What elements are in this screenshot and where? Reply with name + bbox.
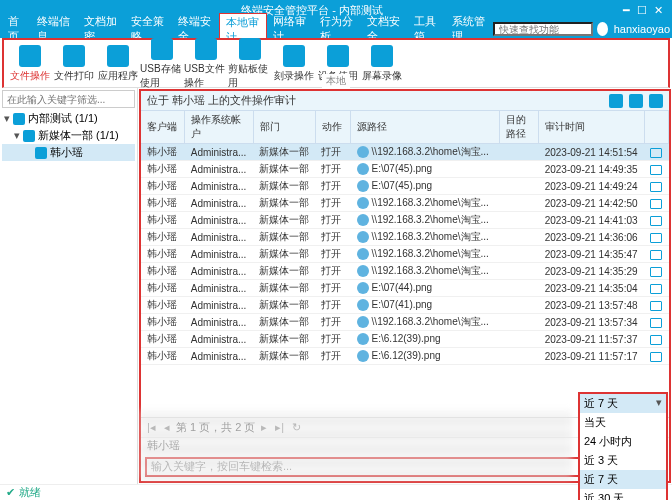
sidebar-filter-input[interactable] xyxy=(2,90,135,108)
col-header[interactable]: 操作系统帐户 xyxy=(185,111,253,144)
expand-icon[interactable]: ▾ xyxy=(14,129,23,142)
org-tree: ▾内部测试 (1/1)▾新媒体一部 (1/1)韩小瑶 xyxy=(2,108,135,163)
tree-node[interactable]: ▾内部测试 (1/1) xyxy=(2,110,135,127)
monitor-icon[interactable] xyxy=(650,335,662,345)
minimize-button[interactable]: ━ xyxy=(618,4,634,17)
monitor-icon[interactable] xyxy=(650,216,662,226)
ribbon-剪贴板使用[interactable]: 剪贴板使用 xyxy=(228,38,272,90)
ribbon-文件打印[interactable]: 文件打印 xyxy=(52,45,96,83)
monitor-icon[interactable] xyxy=(650,182,662,192)
export-icon[interactable] xyxy=(649,94,663,108)
file-icon xyxy=(357,163,369,175)
dropdown-item[interactable]: 近 3 天 xyxy=(580,451,666,470)
ribbon-icon xyxy=(327,45,349,67)
path-bar: 位于 韩小瑶 上的文件操作审计 xyxy=(141,91,669,111)
table-row[interactable]: 韩小瑶Administra...新媒体一部打开\\192.168.3.2\hom… xyxy=(141,246,669,263)
table-row[interactable]: 韩小瑶Administra...新媒体一部打开E:\07(44).png2023… xyxy=(141,280,669,297)
time-range-dropdown[interactable]: 近 7 天 ▾ 当天24 小时内近 3 天近 7 天近 30 天本年全部时间段自… xyxy=(578,392,668,500)
node-icon xyxy=(13,113,25,125)
ribbon-USB文件操作[interactable]: USB文件操作 xyxy=(184,38,228,90)
dropdown-item[interactable]: 近 7 天 xyxy=(580,470,666,489)
refresh-icon[interactable] xyxy=(629,94,643,108)
avatar[interactable] xyxy=(597,22,608,36)
ribbon-icon xyxy=(195,38,217,60)
node-icon xyxy=(23,130,35,142)
file-icon xyxy=(357,197,369,209)
file-icon xyxy=(357,333,369,345)
monitor-icon[interactable] xyxy=(650,267,662,277)
monitor-icon[interactable] xyxy=(650,165,662,175)
ribbon-文件操作[interactable]: 文件操作 xyxy=(8,45,52,83)
monitor-icon[interactable] xyxy=(650,318,662,328)
status-bar: ✔ 就绪 xyxy=(0,484,672,500)
status-text: 就绪 xyxy=(19,485,41,500)
table-row[interactable]: 韩小瑶Administra...新媒体一部打开\\192.168.3.2\hom… xyxy=(141,212,669,229)
expand-icon[interactable]: ▾ xyxy=(4,112,13,125)
monitor-icon[interactable] xyxy=(650,148,662,158)
ribbon-屏幕录像[interactable]: 屏幕录像 xyxy=(360,45,404,83)
table-row[interactable]: 韩小瑶Administra...新媒体一部打开E:\6.12(39).png20… xyxy=(141,348,669,365)
file-icon xyxy=(357,231,369,243)
path-text: 位于 韩小瑶 上的文件操作审计 xyxy=(147,93,296,108)
monitor-icon[interactable] xyxy=(650,199,662,209)
tree-node[interactable]: 韩小瑶 xyxy=(2,144,135,161)
col-header[interactable]: 审计时间 xyxy=(539,111,645,144)
col-header[interactable]: 动作 xyxy=(315,111,351,144)
ribbon-icon xyxy=(19,45,41,67)
dropdown-item[interactable]: 近 30 天 xyxy=(580,489,666,500)
file-icon xyxy=(357,350,369,362)
ribbon: 文件操作文件打印应用程序USB存储使用USB文件操作剪贴板使用刻录操作设备使用屏… xyxy=(2,38,670,88)
username: hanxiaoyao xyxy=(614,23,670,35)
file-icon xyxy=(357,265,369,277)
table-row[interactable]: 韩小瑶Administra...新媒体一部打开\\192.168.3.2\hom… xyxy=(141,229,669,246)
ribbon-icon xyxy=(371,45,393,67)
close-button[interactable]: ✕ xyxy=(650,4,666,17)
ribbon-USB存储使用[interactable]: USB存储使用 xyxy=(140,38,184,90)
file-icon xyxy=(357,248,369,260)
file-icon xyxy=(357,180,369,192)
table-row[interactable]: 韩小瑶Administra...新媒体一部打开\\192.168.3.2\hom… xyxy=(141,195,669,212)
dropdown-item[interactable]: 24 小时内 xyxy=(580,432,666,451)
ribbon-icon xyxy=(63,45,85,67)
col-header[interactable]: 目的路径 xyxy=(500,111,539,144)
dropdown-list: 当天24 小时内近 3 天近 7 天近 30 天本年全部时间段自定义时间段 xyxy=(580,413,666,500)
monitor-icon[interactable] xyxy=(650,352,662,362)
col-header[interactable]: 源路径 xyxy=(351,111,500,144)
maximize-button[interactable]: ☐ xyxy=(634,4,650,17)
table-row[interactable]: 韩小瑶Administra...新媒体一部打开\\192.168.3.2\hom… xyxy=(141,314,669,331)
menu-bar: 首页终端信息文档加密安全策略终端安全本地审计网络审计行为分析文档安全工具箱系统管… xyxy=(0,20,672,38)
sidebar: ▾内部测试 (1/1)▾新媒体一部 (1/1)韩小瑶 xyxy=(0,88,138,484)
audit-grid: 客户端操作系统帐户部门动作源路径目的路径审计时间韩小瑶Administra...… xyxy=(141,111,669,417)
dropdown-header[interactable]: 近 7 天 ▾ xyxy=(580,394,666,413)
col-header[interactable]: 客户端 xyxy=(141,111,185,144)
monitor-icon[interactable] xyxy=(650,301,662,311)
col-header[interactable]: 部门 xyxy=(253,111,315,144)
file-icon xyxy=(357,146,369,158)
check-icon: ✔ xyxy=(6,486,15,499)
ribbon-section-label: 本地 xyxy=(322,74,350,88)
table-row[interactable]: 韩小瑶Administra...新媒体一部打开E:\07(45).png2023… xyxy=(141,178,669,195)
ribbon-icon xyxy=(151,38,173,60)
ribbon-刻录操作[interactable]: 刻录操作 xyxy=(272,45,316,83)
ribbon-应用程序[interactable]: 应用程序 xyxy=(96,45,140,83)
dropdown-item[interactable]: 当天 xyxy=(580,413,666,432)
copy-icon[interactable] xyxy=(609,94,623,108)
file-icon xyxy=(357,316,369,328)
table-row[interactable]: 韩小瑶Administra...新媒体一部打开E:\07(41).png2023… xyxy=(141,297,669,314)
monitor-icon[interactable] xyxy=(650,284,662,294)
col-header[interactable] xyxy=(644,111,668,144)
quick-search-input[interactable] xyxy=(493,22,593,36)
table-row[interactable]: 韩小瑶Administra...新媒体一部打开E:\6.12(39).png20… xyxy=(141,331,669,348)
table-row[interactable]: 韩小瑶Administra...新媒体一部打开\\192.168.3.2\hom… xyxy=(141,144,669,161)
monitor-icon[interactable] xyxy=(650,250,662,260)
chevron-down-icon: ▾ xyxy=(656,396,662,411)
table-row[interactable]: 韩小瑶Administra...新媒体一部打开\\192.168.3.2\hom… xyxy=(141,263,669,280)
grid-header: 客户端操作系统帐户部门动作源路径目的路径审计时间 xyxy=(141,111,669,144)
ribbon-icon xyxy=(107,45,129,67)
tree-node[interactable]: ▾新媒体一部 (1/1) xyxy=(2,127,135,144)
monitor-icon[interactable] xyxy=(650,233,662,243)
file-icon xyxy=(357,282,369,294)
blurred-content xyxy=(140,410,572,480)
table-row[interactable]: 韩小瑶Administra...新媒体一部打开E:\07(45).png2023… xyxy=(141,161,669,178)
ribbon-icon xyxy=(239,38,261,60)
